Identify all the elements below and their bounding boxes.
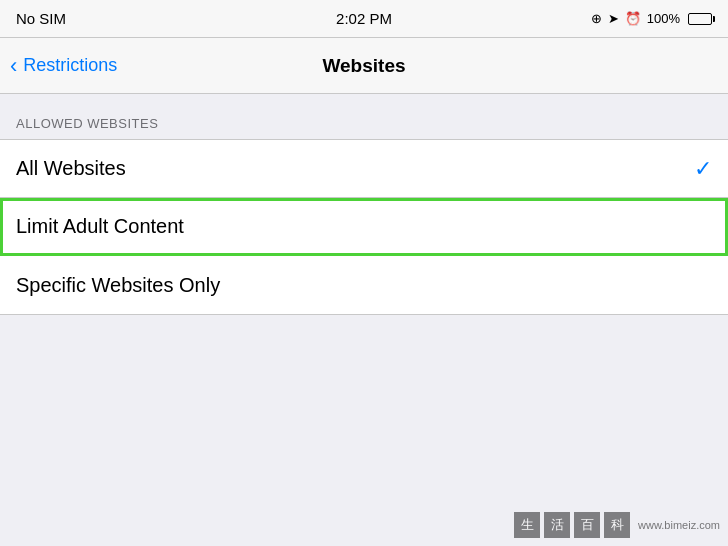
watermark-char-2: 活 xyxy=(544,512,570,538)
list-item-limit-adult[interactable]: Limit Adult Content xyxy=(0,198,728,256)
location-icon: ⊕ xyxy=(591,11,602,26)
battery-percent: 100% xyxy=(647,11,680,26)
list-item-all-websites[interactable]: All Websites ✓ xyxy=(0,140,728,198)
navigation-icon: ➤ xyxy=(608,11,619,26)
chevron-left-icon: ‹ xyxy=(10,55,17,77)
watermark-url: www.bimeiz.com xyxy=(638,519,720,531)
page-title: Websites xyxy=(322,55,405,77)
watermark-char-3: 百 xyxy=(574,512,600,538)
alarm-icon: ⏰ xyxy=(625,11,641,26)
back-label: Restrictions xyxy=(23,55,117,76)
limit-adult-label: Limit Adult Content xyxy=(16,215,184,238)
carrier-label: No SIM xyxy=(16,10,66,27)
back-button[interactable]: ‹ Restrictions xyxy=(10,55,117,77)
watermark-char-1: 生 xyxy=(514,512,540,538)
section-header: ALLOWED WEBSITES xyxy=(0,94,728,139)
content-area: ALLOWED WEBSITES All Websites ✓ Limit Ad… xyxy=(0,94,728,315)
watermark: 生 活 百 科 www.bimeiz.com xyxy=(514,512,720,538)
checkmark-icon: ✓ xyxy=(694,156,712,182)
battery-bar-icon xyxy=(688,13,712,25)
all-websites-label: All Websites xyxy=(16,157,126,180)
websites-list: All Websites ✓ Limit Adult Content Speci… xyxy=(0,139,728,315)
status-bar: No SIM 2:02 PM ⊕ ➤ ⏰ 100% xyxy=(0,0,728,38)
time-label: 2:02 PM xyxy=(336,10,392,27)
nav-bar: ‹ Restrictions Websites xyxy=(0,38,728,94)
specific-websites-label: Specific Websites Only xyxy=(16,274,220,297)
watermark-chars: 生 活 百 科 xyxy=(514,512,630,538)
status-right: ⊕ ➤ ⏰ 100% xyxy=(591,11,712,26)
watermark-char-4: 科 xyxy=(604,512,630,538)
list-item-specific-websites[interactable]: Specific Websites Only xyxy=(0,256,728,314)
